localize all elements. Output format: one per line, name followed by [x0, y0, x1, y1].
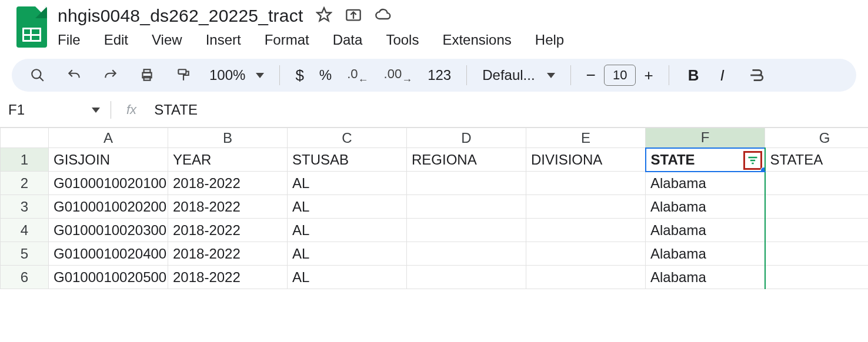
format-percent-button[interactable]: %	[319, 67, 332, 83]
col-header-B[interactable]: B	[168, 128, 288, 148]
font-size-decrease[interactable]: −	[586, 66, 596, 85]
sheets-logo[interactable]	[16, 6, 47, 48]
row-header-5[interactable]: 5	[1, 242, 49, 266]
font-dropdown-icon[interactable]	[547, 73, 555, 78]
menu-format[interactable]: Format	[265, 32, 309, 48]
menu-help[interactable]: Help	[535, 32, 564, 48]
filter-icon[interactable]	[743, 151, 762, 170]
cell[interactable]	[526, 195, 646, 219]
menu-bar: File Edit View Insert Format Data Tools …	[58, 32, 856, 48]
bold-button[interactable]: B	[688, 66, 699, 85]
cell[interactable]: 2018-2022	[168, 219, 288, 242]
star-icon[interactable]	[316, 6, 332, 25]
cell[interactable]	[765, 242, 869, 266]
svg-line-4	[39, 77, 44, 81]
cell[interactable]: Alabama	[646, 242, 765, 266]
cell[interactable]: STATEA	[765, 148, 869, 172]
cell[interactable]: G0100010020300	[49, 219, 168, 242]
cell[interactable]	[526, 266, 646, 289]
cell[interactable]	[407, 219, 526, 242]
cell[interactable]	[765, 195, 869, 219]
paint-format-icon[interactable]	[173, 65, 194, 86]
format-currency-button[interactable]: $	[295, 66, 303, 85]
cell[interactable]	[526, 219, 646, 242]
font-size-input[interactable]: 10	[604, 65, 636, 86]
select-all-corner[interactable]	[1, 128, 49, 148]
cell[interactable]: AL	[288, 219, 407, 242]
cell[interactable]: G0100010020500	[49, 266, 168, 289]
undo-icon[interactable]	[64, 65, 85, 86]
menu-insert[interactable]: Insert	[206, 32, 241, 48]
cell[interactable]: Alabama	[646, 172, 765, 195]
col-header-D[interactable]: D	[407, 128, 526, 148]
cell[interactable]: 2018-2022	[168, 195, 288, 219]
cell[interactable]	[765, 266, 869, 289]
cell[interactable]: 2018-2022	[168, 242, 288, 266]
cell[interactable]: Alabama	[646, 266, 765, 289]
cell-F1-active[interactable]: STATE	[646, 148, 765, 172]
cell[interactable]: AL	[288, 266, 407, 289]
redo-icon[interactable]	[100, 65, 121, 86]
cell[interactable]: AL	[288, 242, 407, 266]
menu-edit[interactable]: Edit	[104, 32, 128, 48]
font-family-select[interactable]: Defaul...	[482, 67, 535, 83]
font-size-increase[interactable]: +	[644, 66, 653, 85]
cell[interactable]	[407, 172, 526, 195]
increase-decimal-button[interactable]: .00→	[384, 65, 413, 86]
cell[interactable]: GISJOIN	[49, 148, 168, 172]
separator	[669, 65, 669, 85]
data-row: 2 G0100010020100 2018-2022 AL Alabama	[1, 172, 869, 195]
col-header-E[interactable]: E	[526, 128, 646, 148]
col-header-A[interactable]: A	[49, 128, 168, 148]
zoom-level[interactable]: 100%	[209, 67, 245, 83]
name-box[interactable]: F1	[6, 102, 100, 118]
strikethrough-button[interactable]	[746, 65, 767, 86]
namebox-dropdown-icon[interactable]	[92, 108, 100, 113]
menu-tools[interactable]: Tools	[386, 32, 419, 48]
move-to-drive-icon[interactable]	[345, 6, 362, 25]
zoom-dropdown-icon[interactable]	[256, 73, 264, 78]
col-header-G[interactable]: G	[765, 128, 869, 148]
decrease-decimal-button[interactable]: .0←	[347, 65, 368, 86]
row-header-2[interactable]: 2	[1, 172, 49, 195]
cell[interactable]: YEAR	[168, 148, 288, 172]
cell[interactable]: DIVISIONA	[526, 148, 646, 172]
more-formats-button[interactable]: 123	[428, 67, 451, 83]
cell[interactable]: 2018-2022	[168, 266, 288, 289]
print-icon[interactable]	[136, 65, 158, 86]
cloud-status-icon[interactable]	[375, 6, 391, 25]
cell[interactable]: G0100010020200	[49, 195, 168, 219]
cell[interactable]	[526, 172, 646, 195]
italic-button[interactable]: I	[720, 66, 724, 85]
search-icon[interactable]	[27, 65, 48, 86]
cell[interactable]: Alabama	[646, 195, 765, 219]
cell[interactable]	[407, 195, 526, 219]
cell[interactable]: G0100010020400	[49, 242, 168, 266]
cell[interactable]: G0100010020100	[49, 172, 168, 195]
doc-title[interactable]: nhgis0048_ds262_20225_tract	[58, 6, 303, 26]
cell[interactable]: 2018-2022	[168, 172, 288, 195]
separator	[279, 65, 280, 85]
row-header-3[interactable]: 3	[1, 195, 49, 219]
spreadsheet-grid[interactable]: A B C D E F G 1 GISJOIN YEAR STUSAB REGI…	[0, 128, 868, 289]
cell[interactable]	[407, 242, 526, 266]
cell[interactable]: REGIONA	[407, 148, 526, 172]
cell[interactable]: STUSAB	[288, 148, 407, 172]
col-header-C[interactable]: C	[288, 128, 407, 148]
row-header-1[interactable]: 1	[1, 148, 49, 172]
menu-extensions[interactable]: Extensions	[442, 32, 511, 48]
cell[interactable]	[526, 242, 646, 266]
row-header-4[interactable]: 4	[1, 219, 49, 242]
menu-view[interactable]: View	[152, 32, 182, 48]
formula-input[interactable]: STATE	[154, 102, 198, 118]
cell[interactable]	[407, 266, 526, 289]
cell[interactable]	[765, 219, 869, 242]
menu-file[interactable]: File	[58, 32, 81, 48]
row-header-6[interactable]: 6	[1, 266, 49, 289]
cell[interactable]	[765, 172, 869, 195]
col-header-F[interactable]: F	[646, 128, 765, 148]
menu-data[interactable]: Data	[333, 32, 363, 48]
cell[interactable]: AL	[288, 195, 407, 219]
cell[interactable]: AL	[288, 172, 407, 195]
cell[interactable]: Alabama	[646, 219, 765, 242]
